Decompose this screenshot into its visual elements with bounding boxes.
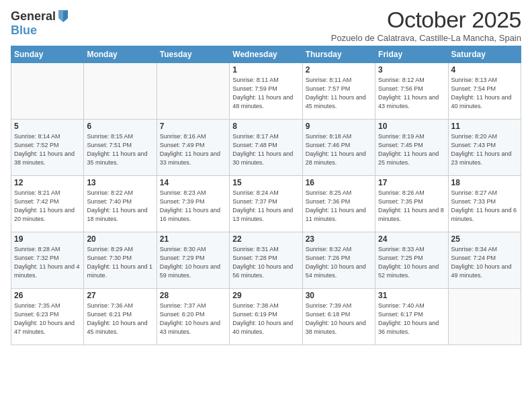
day-number: 30 xyxy=(306,291,372,300)
table-row: 14Sunrise: 8:23 AM Sunset: 7:39 PM Dayli… xyxy=(157,176,229,232)
table-row: 13Sunrise: 8:22 AM Sunset: 7:40 PM Dayli… xyxy=(84,176,157,232)
day-info: Sunrise: 7:40 AM Sunset: 6:17 PM Dayligh… xyxy=(378,302,445,336)
table-row: 3Sunrise: 8:12 AM Sunset: 7:56 PM Daylig… xyxy=(375,63,448,120)
day-info: Sunrise: 7:35 AM Sunset: 6:23 PM Dayligh… xyxy=(14,302,81,336)
calendar-week-1: 5Sunrise: 8:14 AM Sunset: 7:52 PM Daylig… xyxy=(11,120,521,176)
calendar-week-2: 12Sunrise: 8:21 AM Sunset: 7:42 PM Dayli… xyxy=(11,176,521,232)
table-row: 31Sunrise: 7:40 AM Sunset: 6:17 PM Dayli… xyxy=(375,289,448,345)
table-row: 21Sunrise: 8:30 AM Sunset: 7:29 PM Dayli… xyxy=(157,232,229,289)
day-info: Sunrise: 7:36 AM Sunset: 6:21 PM Dayligh… xyxy=(87,302,153,336)
day-info: Sunrise: 8:34 AM Sunset: 7:24 PM Dayligh… xyxy=(451,245,518,280)
header: General Blue October 2025 Pozuelo de Cal… xyxy=(11,7,521,43)
logo-text-block: General Blue xyxy=(11,9,69,38)
day-number: 1 xyxy=(232,65,299,75)
svg-marker-1 xyxy=(63,10,68,22)
logo-icon xyxy=(57,9,69,24)
table-row: 22Sunrise: 8:31 AM Sunset: 7:28 PM Dayli… xyxy=(230,232,302,289)
calendar-week-3: 19Sunrise: 8:28 AM Sunset: 7:32 PM Dayli… xyxy=(11,232,521,289)
table-row: 30Sunrise: 7:39 AM Sunset: 6:18 PM Dayli… xyxy=(302,289,375,345)
day-info: Sunrise: 7:38 AM Sunset: 6:19 PM Dayligh… xyxy=(232,302,299,336)
header-friday: Friday xyxy=(375,46,448,63)
day-info: Sunrise: 8:12 AM Sunset: 7:56 PM Dayligh… xyxy=(378,76,445,111)
day-number: 28 xyxy=(160,291,226,300)
table-row xyxy=(11,63,84,120)
header-tuesday: Tuesday xyxy=(157,46,229,63)
page: General Blue October 2025 Pozuelo de Cal… xyxy=(0,0,532,411)
day-number: 9 xyxy=(306,122,372,131)
table-row: 29Sunrise: 7:38 AM Sunset: 6:19 PM Dayli… xyxy=(230,289,302,345)
day-number: 11 xyxy=(451,122,518,131)
table-row: 19Sunrise: 8:28 AM Sunset: 7:32 PM Dayli… xyxy=(11,232,84,289)
table-row: 16Sunrise: 8:25 AM Sunset: 7:36 PM Dayli… xyxy=(302,176,375,232)
day-info: Sunrise: 8:20 AM Sunset: 7:43 PM Dayligh… xyxy=(451,132,518,167)
table-row: 2Sunrise: 8:11 AM Sunset: 7:57 PM Daylig… xyxy=(302,63,375,120)
day-number: 29 xyxy=(232,291,299,300)
table-row: 23Sunrise: 8:32 AM Sunset: 7:26 PM Dayli… xyxy=(302,232,375,289)
day-number: 14 xyxy=(160,178,226,187)
day-number: 5 xyxy=(14,122,81,131)
header-wednesday: Wednesday xyxy=(230,46,302,63)
day-info: Sunrise: 8:16 AM Sunset: 7:49 PM Dayligh… xyxy=(160,132,226,167)
day-info: Sunrise: 8:23 AM Sunset: 7:39 PM Dayligh… xyxy=(160,189,226,224)
day-info: Sunrise: 8:33 AM Sunset: 7:25 PM Dayligh… xyxy=(378,245,445,280)
day-info: Sunrise: 8:18 AM Sunset: 7:46 PM Dayligh… xyxy=(306,132,372,167)
day-number: 3 xyxy=(378,65,445,75)
month-title: October 2025 xyxy=(331,7,521,33)
table-row: 6Sunrise: 8:15 AM Sunset: 7:51 PM Daylig… xyxy=(84,120,157,176)
day-number: 13 xyxy=(87,178,153,187)
table-row: 28Sunrise: 7:37 AM Sunset: 6:20 PM Dayli… xyxy=(157,289,229,345)
table-row: 8Sunrise: 8:17 AM Sunset: 7:48 PM Daylig… xyxy=(230,120,302,176)
day-info: Sunrise: 8:30 AM Sunset: 7:29 PM Dayligh… xyxy=(160,245,226,280)
day-info: Sunrise: 8:25 AM Sunset: 7:36 PM Dayligh… xyxy=(306,189,372,224)
day-info: Sunrise: 8:29 AM Sunset: 7:30 PM Dayligh… xyxy=(87,245,153,280)
table-row: 25Sunrise: 8:34 AM Sunset: 7:24 PM Dayli… xyxy=(448,232,521,289)
day-number: 10 xyxy=(378,122,445,131)
day-number: 21 xyxy=(160,234,226,244)
day-number: 23 xyxy=(306,234,372,244)
day-number: 6 xyxy=(87,122,153,131)
table-row: 10Sunrise: 8:19 AM Sunset: 7:45 PM Dayli… xyxy=(375,120,448,176)
day-info: Sunrise: 8:13 AM Sunset: 7:54 PM Dayligh… xyxy=(451,76,518,111)
day-info: Sunrise: 8:22 AM Sunset: 7:40 PM Dayligh… xyxy=(87,189,153,224)
table-row: 15Sunrise: 8:24 AM Sunset: 7:37 PM Dayli… xyxy=(230,176,302,232)
day-info: Sunrise: 8:32 AM Sunset: 7:26 PM Dayligh… xyxy=(306,245,372,280)
day-number: 17 xyxy=(378,178,445,187)
day-number: 25 xyxy=(451,234,518,244)
day-info: Sunrise: 7:39 AM Sunset: 6:18 PM Dayligh… xyxy=(306,302,372,336)
table-row: 20Sunrise: 8:29 AM Sunset: 7:30 PM Dayli… xyxy=(84,232,157,289)
table-row: 5Sunrise: 8:14 AM Sunset: 7:52 PM Daylig… xyxy=(11,120,84,176)
table-row xyxy=(157,63,229,120)
calendar-week-4: 26Sunrise: 7:35 AM Sunset: 6:23 PM Dayli… xyxy=(11,289,521,345)
day-info: Sunrise: 8:17 AM Sunset: 7:48 PM Dayligh… xyxy=(232,132,299,167)
header-thursday: Thursday xyxy=(302,46,375,63)
day-number: 12 xyxy=(14,178,81,187)
table-row: 1Sunrise: 8:11 AM Sunset: 7:59 PM Daylig… xyxy=(230,63,302,120)
day-info: Sunrise: 8:24 AM Sunset: 7:37 PM Dayligh… xyxy=(232,189,299,224)
day-info: Sunrise: 8:11 AM Sunset: 7:59 PM Dayligh… xyxy=(232,76,299,111)
day-number: 22 xyxy=(232,234,299,244)
table-row: 9Sunrise: 8:18 AM Sunset: 7:46 PM Daylig… xyxy=(302,120,375,176)
logo-general: General xyxy=(11,9,56,24)
table-row: 27Sunrise: 7:36 AM Sunset: 6:21 PM Dayli… xyxy=(84,289,157,345)
day-info: Sunrise: 8:27 AM Sunset: 7:33 PM Dayligh… xyxy=(451,189,518,224)
header-monday: Monday xyxy=(84,46,157,63)
table-row: 24Sunrise: 8:33 AM Sunset: 7:25 PM Dayli… xyxy=(375,232,448,289)
table-row: 11Sunrise: 8:20 AM Sunset: 7:43 PM Dayli… xyxy=(448,120,521,176)
table-row: 26Sunrise: 7:35 AM Sunset: 6:23 PM Dayli… xyxy=(11,289,84,345)
logo-blue: Blue xyxy=(11,24,37,37)
day-info: Sunrise: 8:19 AM Sunset: 7:45 PM Dayligh… xyxy=(378,132,445,167)
day-number: 15 xyxy=(232,178,299,187)
table-row: 18Sunrise: 8:27 AM Sunset: 7:33 PM Dayli… xyxy=(448,176,521,232)
title-block: October 2025 Pozuelo de Calatrava, Casti… xyxy=(331,7,521,43)
day-number: 31 xyxy=(378,291,445,300)
table-row: 12Sunrise: 8:21 AM Sunset: 7:42 PM Dayli… xyxy=(11,176,84,232)
day-number: 4 xyxy=(451,65,518,75)
day-info: Sunrise: 8:28 AM Sunset: 7:32 PM Dayligh… xyxy=(14,245,81,280)
day-number: 8 xyxy=(232,122,299,131)
day-number: 24 xyxy=(378,234,445,244)
day-info: Sunrise: 8:11 AM Sunset: 7:57 PM Dayligh… xyxy=(306,76,372,111)
day-number: 18 xyxy=(451,178,518,187)
day-info: Sunrise: 7:37 AM Sunset: 6:20 PM Dayligh… xyxy=(160,302,226,336)
header-saturday: Saturday xyxy=(448,46,521,63)
day-number: 16 xyxy=(306,178,372,187)
